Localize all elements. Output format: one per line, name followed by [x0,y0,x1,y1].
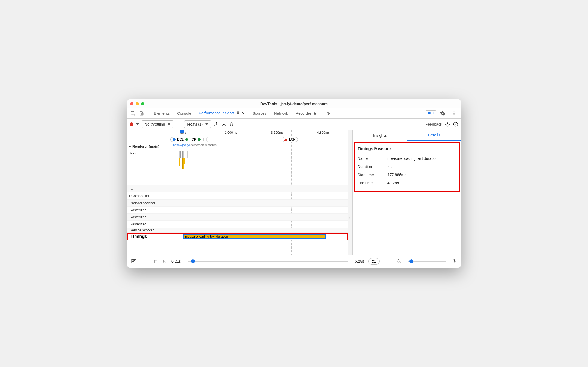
preload-track-row[interactable]: Preload scanner [127,200,348,207]
details-box: Timings Measure Name measure loading tex… [354,142,460,192]
svg-point-10 [133,261,134,262]
minimize-window-button[interactable] [136,102,139,105]
playback-slider[interactable] [188,261,348,262]
svg-point-3 [454,111,455,112]
ruler-tick: 4,800ms [317,131,330,135]
device-toggle-icon[interactable] [138,110,145,117]
svg-rect-1 [140,111,142,115]
playback-start-time: 0.21s [171,259,181,263]
footer-bar: 0.21s 5.28s x1 [127,255,461,268]
issues-count: 1 [432,111,434,115]
main-track-row[interactable]: Main [127,150,348,185]
rasterizer-track-row[interactable]: Rasterizer [127,221,348,228]
timeline-scrollbar[interactable]: › [348,130,352,255]
tab-label: Performance insights [199,111,235,115]
tab-label: Recorder [296,111,311,116]
side-tabs: Insights Details [353,130,461,141]
play-icon[interactable] [154,259,158,263]
panel-tabbar: Elements Console Performance insights So… [127,108,461,119]
record-button[interactable] [130,122,133,126]
detail-row-duration: Duration 4s [355,163,459,171]
timings-track-row[interactable]: Timings measure loading text duration [127,233,348,240]
ruler-tick: 1,600ms [225,131,237,135]
ruler-tick: 3,200ms [271,131,283,135]
panel-settings-icon[interactable] [445,122,450,127]
tab-console[interactable]: Console [173,108,195,118]
feedback-link[interactable]: Feedback [426,122,442,126]
zoom-slider[interactable] [408,261,446,262]
delete-icon[interactable] [229,122,234,127]
detail-row-end: End time 4.178s [355,179,459,191]
export-icon[interactable] [214,122,219,127]
tab-network[interactable]: Network [270,108,292,118]
sidetab-insights[interactable]: Insights [353,130,407,141]
svg-point-4 [454,113,455,114]
markers-lane: DCL FCP TTI LCP [127,136,348,143]
issues-badge[interactable]: 1 [426,110,436,116]
timing-measure-bar[interactable]: measure loading text duration [183,234,326,239]
throttling-label: No throttling [145,122,165,126]
more-tabs-icon[interactable] [324,110,331,117]
titlebar: DevTools - jec.fyi/demo/perf-measure [127,99,461,108]
caret-down-icon [205,123,208,125]
zoom-thumb[interactable] [409,259,413,263]
expand-icon [129,195,130,197]
throttling-select[interactable]: No throttling [142,120,173,128]
tab-elements[interactable]: Elements [150,108,173,118]
recording-select[interactable]: jec.fyi (1) [184,120,211,128]
timing-measure-label: measure loading text duration [185,235,228,238]
tti-dot-icon [198,138,201,141]
svg-point-5 [454,114,455,115]
renderer-header-row[interactable]: Renderer (main) https://jec.fyi/demo/per… [127,143,348,150]
lcp-pill[interactable]: LCP [282,137,298,142]
renderer-url: https://jec.fyi/demo/perf-measure [173,143,217,147]
chevron-right-icon: › [349,216,350,219]
io-track-row[interactable]: IO [127,185,348,192]
sidetab-details[interactable]: Details [407,130,461,141]
service-worker-track-row[interactable]: Service Worker [127,228,348,233]
tab-performance-insights[interactable]: Performance insights [195,108,249,118]
record-menu-caret[interactable] [136,123,139,125]
close-window-button[interactable] [130,102,133,105]
recording-label: jec.fyi (1) [187,122,203,126]
chat-icon [427,111,431,115]
flask-icon [236,111,240,115]
time-ruler[interactable]: 0ms 1,600ms 3,200ms 4,800ms [127,130,348,136]
compositor-track-row[interactable]: Compositor [127,192,348,200]
rewind-icon[interactable] [162,259,167,263]
kebab-menu-icon[interactable] [450,110,458,117]
inspect-element-icon[interactable] [129,110,137,117]
speed-select[interactable]: x1 [368,258,380,265]
flask-icon [313,111,317,115]
detail-row-name: Name measure loading text duration [355,154,459,163]
markers-pill[interactable]: DCL FCP TTI [170,137,209,142]
rasterizer-track-row[interactable]: Rasterizer [127,214,348,221]
preview-icon[interactable] [131,259,137,264]
divider [148,111,148,116]
detail-row-start: Start time 177.886ms [355,171,459,179]
tracks: Renderer (main) https://jec.fyi/demo/per… [127,143,348,255]
zoom-out-icon[interactable] [396,259,401,264]
tab-recorder[interactable]: Recorder [292,108,321,118]
traffic-lights [130,102,144,105]
insights-toolbar: No throttling jec.fyi (1) Feedback [127,119,461,130]
zoom-window-button[interactable] [141,102,144,105]
dcl-dot-icon [173,138,176,141]
import-icon[interactable] [221,122,226,127]
zoom-in-icon[interactable] [452,259,457,264]
timeline-panel[interactable]: 0ms 1,600ms 3,200ms 4,800ms DCL FCP TTI … [127,130,348,255]
close-tab-icon[interactable] [242,111,245,115]
lcp-triangle-icon [284,138,287,141]
svg-point-6 [447,123,448,125]
content-area: 0ms 1,600ms 3,200ms 4,800ms DCL FCP TTI … [127,130,461,255]
settings-icon[interactable] [439,110,446,117]
playhead[interactable] [182,130,182,255]
rasterizer-track-row[interactable]: Rasterizer [127,207,348,214]
caret-down-icon [168,123,170,125]
help-icon[interactable] [453,122,458,127]
window-title: DevTools - jec.fyi/demo/perf-measure [127,102,461,106]
tab-sources[interactable]: Sources [249,108,270,118]
slider-thumb[interactable] [191,259,195,263]
fcp-dot-icon [185,138,188,141]
playback-end-time: 5.28s [355,259,364,263]
